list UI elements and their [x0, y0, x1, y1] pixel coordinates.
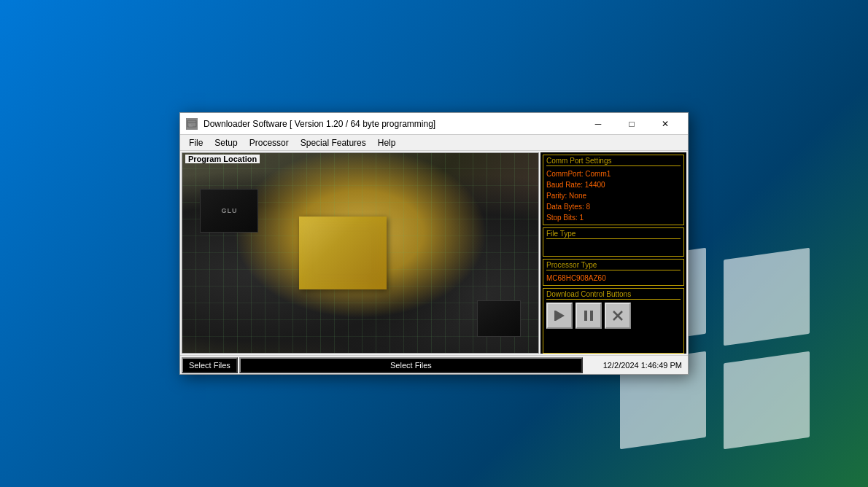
download-stop-button[interactable]: [605, 303, 631, 329]
timestamp: 12/2/2024 1:46:49 PM: [584, 361, 686, 370]
comm-port-title: Comm Port Settings: [546, 157, 681, 166]
svg-rect-6: [584, 311, 587, 321]
close-button[interactable]: ✕: [648, 113, 682, 135]
right-panel: Comm Port Settings CommPort: Comm1 Baud …: [540, 152, 686, 354]
svg-marker-4: [556, 311, 565, 321]
menu-bar: File Setup Processor Special Features He…: [180, 135, 688, 151]
ic-chip-glu: [200, 189, 258, 233]
comm-port-value: CommPort: Comm1: [546, 168, 681, 179]
window-controls: ─ □ ✕: [581, 113, 682, 135]
status-bar: Select Files Select Files 12/2/2024 1:46…: [180, 355, 688, 374]
processor-type-title: Processor Type: [546, 261, 681, 270]
stop-bits-value: Stop Bits: 1: [546, 212, 681, 223]
parity-value: Parity: None: [546, 190, 681, 201]
download-control-section: Download Control Buttons: [543, 288, 684, 354]
comm-port-content: CommPort: Comm1 Baud Rate: 14400 Parity:…: [546, 168, 681, 223]
cpu-die: [299, 217, 387, 289]
processor-type-value: MC68HC908AZ60: [546, 273, 681, 284]
program-location-panel: Program Location: [182, 152, 539, 354]
download-buttons-group: [546, 303, 681, 329]
file-type-title: File Type: [546, 230, 681, 239]
download-play-button[interactable]: [546, 303, 573, 329]
svg-rect-7: [590, 311, 593, 321]
menu-help[interactable]: Help: [372, 136, 402, 149]
download-pause-button[interactable]: [576, 303, 602, 329]
menu-processor[interactable]: Processor: [244, 136, 295, 149]
maximize-button[interactable]: □: [615, 113, 648, 135]
menu-setup[interactable]: Setup: [209, 136, 243, 149]
app-window: Downloader Software [ Version 1.20 / 64 …: [179, 112, 689, 375]
processor-type-section: Processor Type MC68HC908AZ60: [543, 259, 684, 286]
window-title: Downloader Software [ Version 1.20 / 64 …: [204, 119, 581, 129]
main-content: Program Location Comm Port Settings Comm…: [180, 151, 688, 355]
menu-file[interactable]: File: [183, 136, 209, 149]
ic-chip-br: [477, 300, 521, 337]
select-files-button-1[interactable]: Select Files: [182, 357, 238, 373]
menu-special-features[interactable]: Special Features: [295, 136, 372, 149]
download-control-title: Download Control Buttons: [546, 290, 681, 300]
title-bar: Downloader Software [ Version 1.20 / 64 …: [180, 113, 688, 135]
app-icon: [186, 118, 198, 130]
program-location-label: Program Location: [185, 155, 260, 163]
comm-port-section: Comm Port Settings CommPort: Comm1 Baud …: [543, 155, 684, 225]
cpu-image: [182, 153, 538, 353]
select-files-button-2[interactable]: Select Files: [239, 357, 583, 373]
data-bytes-value: Data Bytes: 8: [546, 201, 681, 212]
baud-rate-value: Baud Rate: 14400: [546, 179, 681, 190]
minimize-button[interactable]: ─: [581, 113, 615, 135]
file-type-section: File Type: [543, 227, 684, 257]
